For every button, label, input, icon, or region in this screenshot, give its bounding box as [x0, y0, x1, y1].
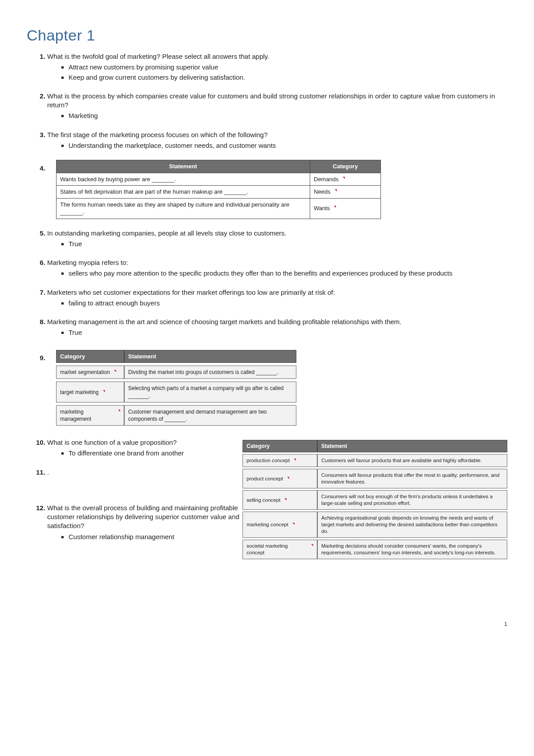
answer: True — [69, 328, 507, 337]
question-text: In outstanding marketing companies, peop… — [47, 229, 287, 237]
dropdown-icon[interactable]: market segmentation — [60, 369, 116, 376]
question-text: What is one function of a value proposit… — [47, 439, 177, 446]
table-header-category: Category — [310, 160, 381, 173]
answer: Marketing — [69, 111, 507, 120]
category-cell[interactable]: marketing concept — [243, 512, 317, 538]
dropdown-icon[interactable]: product concept — [247, 476, 289, 482]
q9-table: Category Statement market segmentation D… — [56, 347, 296, 428]
question-1: What is the twofold goal of marketing? P… — [47, 52, 507, 82]
table-row: marketing concept Achieving organisation… — [243, 512, 507, 538]
category-cell[interactable]: Needs — [310, 186, 381, 199]
page-title: Chapter 1 — [27, 27, 507, 44]
dropdown-icon[interactable]: Demands — [314, 175, 345, 183]
question-10: What is one function of a value proposit… — [47, 438, 507, 603]
question-list: What is the twofold goal of marketing? P… — [27, 52, 507, 603]
answer: Attract new customers by promising super… — [69, 63, 507, 72]
question-3: The first stage of the marketing process… — [47, 130, 507, 150]
answer: Understanding the marketplace, customer … — [69, 141, 507, 150]
question-6: Marketing myopia refers to: sellers who … — [47, 258, 507, 278]
dropdown-icon[interactable]: production concept — [247, 457, 296, 464]
q4-table: Statement Category Wants backed by buyin… — [56, 160, 381, 219]
question-text: What is the process by which companies c… — [47, 92, 495, 109]
table-row: production concept Customers will favour… — [243, 454, 507, 467]
table-header-statement: Statement — [317, 440, 507, 452]
question-12: What is the overall process of building … — [47, 504, 245, 541]
dropdown-icon[interactable]: marketing concept — [247, 521, 295, 528]
statement-cell: States of felt deprivation that are part… — [57, 186, 310, 199]
category-cell[interactable]: Wants — [310, 198, 381, 219]
dropdown-icon[interactable]: Needs — [314, 188, 337, 196]
category-cell[interactable]: Demands — [310, 173, 381, 186]
page-number: 1 — [27, 621, 507, 627]
answer: failing to attract enough buyers — [69, 299, 507, 308]
question-8: Marketing management is the art and scie… — [47, 317, 507, 337]
table-row: selling concept Consumers will not buy e… — [243, 490, 507, 510]
table-row: Wants backed by buying power are _______… — [57, 173, 381, 186]
question-text: The first stage of the marketing process… — [47, 131, 267, 138]
dropdown-icon[interactable]: Wants — [314, 204, 336, 212]
question-text: . — [47, 468, 49, 476]
question-2: What is the process by which companies c… — [47, 92, 507, 121]
question-text: Marketers who set customer expectations … — [47, 289, 335, 296]
question-text: Marketing myopia refers to: — [47, 259, 128, 266]
answer: Customer relationship management — [69, 532, 245, 541]
answer: To differentiate one brand from another — [69, 449, 245, 458]
statement-cell: The forms human needs take as they are s… — [57, 198, 310, 219]
category-cell[interactable]: societal marketing concept — [243, 540, 317, 559]
question-text: What is the twofold goal of marketing? P… — [47, 53, 269, 60]
dropdown-icon[interactable]: target marketing — [60, 389, 105, 396]
category-cell[interactable]: target marketing — [56, 382, 124, 402]
statement-cell: Dividing the market into groups of custo… — [124, 366, 296, 379]
statement-cell: Selecting which parts of a market a comp… — [124, 382, 296, 402]
table-header-category: Category — [56, 350, 124, 363]
statement-cell: Consumers will favour products that offe… — [317, 469, 507, 488]
table-row: societal marketing concept Marketing dec… — [243, 540, 507, 559]
question-11: . — [47, 468, 245, 477]
table-row: States of felt deprivation that are part… — [57, 186, 381, 199]
category-cell[interactable]: market segmentation — [56, 366, 124, 379]
statement-cell: Marketing decisions should consider cons… — [317, 540, 507, 559]
statement-cell: Customer management and demand managemen… — [124, 405, 296, 426]
table-header-statement: Statement — [124, 350, 296, 363]
table-row: The forms human needs take as they are s… — [57, 198, 381, 219]
table-row: product concept Consumers will favour pr… — [243, 469, 507, 488]
category-cell[interactable]: product concept — [243, 469, 317, 488]
question-text: Marketing management is the art and scie… — [47, 318, 401, 325]
answer: True — [69, 240, 507, 248]
dropdown-icon[interactable]: selling concept — [247, 497, 287, 504]
category-cell[interactable]: marketing management — [56, 405, 124, 426]
statement-cell: Achieving organisational goals depends o… — [317, 512, 507, 538]
category-cell[interactable]: selling concept — [243, 490, 317, 510]
table-header-category: Category — [243, 440, 317, 452]
answer: sellers who pay more attention to the sp… — [69, 269, 507, 278]
dropdown-icon[interactable]: marketing management — [60, 408, 120, 423]
statement-cell: Wants backed by buying power are _______… — [57, 173, 310, 186]
question-5: In outstanding marketing companies, peop… — [47, 229, 507, 249]
question-7: Marketers who set customer expectations … — [47, 288, 507, 308]
answer: Keep and grow current customers by deliv… — [69, 73, 507, 82]
category-cell[interactable]: production concept — [243, 454, 317, 467]
table-row: marketing management Customer management… — [56, 405, 296, 426]
question-9: Category Statement market segmentation D… — [47, 347, 507, 428]
q11-table: Category Statement production concept Cu… — [243, 438, 507, 561]
table-header-statement: Statement — [57, 160, 310, 173]
table-row: market segmentation Dividing the market … — [56, 366, 296, 379]
table-row: target marketing Selecting which parts o… — [56, 382, 296, 402]
question-4: Statement Category Wants backed by buyin… — [47, 160, 507, 219]
statement-cell: Customers will favour products that are … — [317, 454, 507, 467]
statement-cell: Consumers will not buy enough of the fir… — [317, 490, 507, 510]
dropdown-icon[interactable]: societal marketing concept — [247, 543, 313, 556]
question-text: What is the overall process of building … — [47, 504, 239, 530]
